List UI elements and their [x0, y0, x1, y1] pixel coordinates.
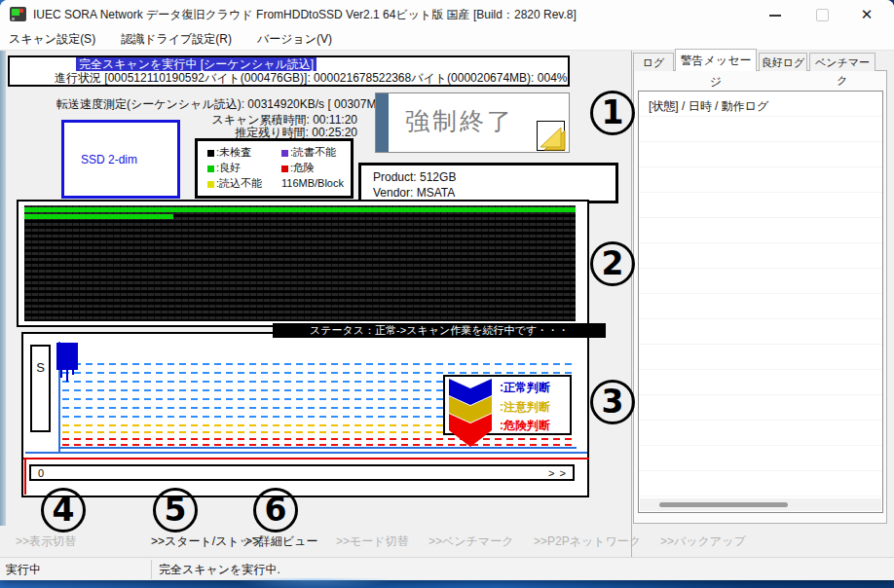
annotation-circle-6: 6 — [253, 488, 298, 533]
device-vendor: Vendor: MSATA — [373, 185, 615, 201]
legend-swatch-danger — [281, 165, 288, 172]
annotation-circle-5: 5 — [153, 488, 198, 533]
log-list[interactable]: [状態] / 日時 / 動作ログ — [638, 91, 883, 513]
speed-data-drip — [60, 370, 62, 378]
maximize-button — [806, 0, 838, 29]
annotation-circle-3: 3 — [590, 380, 635, 424]
app-window: IUEC SORA Network データ復旧クラウド FromHDDtoSSD… — [0, 0, 894, 580]
device-info-box: Product: 512GB Vendor: MSATA — [358, 163, 618, 203]
legend-swatch-rw-fail — [281, 150, 288, 157]
chart-red-divider — [23, 458, 589, 459]
annotation-circle-4: 4 — [41, 488, 86, 533]
status-banner: ステータス：正常->スキャン作業を続行中です・・・ — [273, 323, 606, 338]
speed-data-drip — [72, 370, 74, 375]
scanned-row-partial — [24, 214, 173, 219]
menu-drive-settings[interactable]: 認識ドライブ設定(R) — [121, 31, 232, 48]
scrub-forward-control[interactable]: > > — [548, 467, 567, 479]
toolbar-detail-view[interactable]: >>詳細ビュー — [245, 533, 318, 550]
toolbar-backup: >>バックアップ — [660, 533, 746, 550]
chart-red-divider-left — [24, 458, 26, 495]
device-product: Product: 512GB — [373, 169, 615, 185]
force-quit-button[interactable]: 強制終了 — [375, 92, 570, 153]
legend-label: :読込不能 — [216, 177, 262, 189]
close-button[interactable]: ✕ — [851, 0, 882, 29]
toolbar-mode-toggle: >>モード切替 — [336, 533, 409, 550]
panel-separator — [631, 51, 632, 557]
scanned-row-complete — [24, 207, 576, 212]
legend-swatch-unchecked — [207, 150, 214, 157]
log-list-header: [状態] / 日時 / 動作ログ — [649, 98, 768, 115]
legend-swatch-good — [207, 165, 214, 172]
desktop-background: IUEC SORA Network データ復旧クラウド FromHDDtoSSD… — [0, 0, 894, 588]
toolbar-display-toggle: >>表示切替 — [16, 533, 76, 550]
legend-label: :危険 — [290, 162, 315, 173]
app-icon-pixel — [12, 18, 15, 20]
speed-data-drip — [66, 370, 68, 382]
block-legend: :未検査 :良好 :読込不能 :読書不能 :危険 116MB/Block — [195, 138, 354, 199]
statusbar-state: 実行中 — [6, 562, 41, 578]
legend-label: :読書不能 — [290, 146, 336, 158]
gridline-blue — [62, 372, 577, 374]
scan-progress-box: 完全スキャンを実行中 [シーケンシャル読込] 進行状況 [00051211019… — [8, 55, 570, 87]
title-bar: IUEC SORA Network データ復旧クラウド FromHDDtoSSD… — [0, 0, 894, 29]
annotation-circle-1: 1 — [590, 91, 635, 135]
force-quit-label: 強制終了 — [405, 105, 514, 137]
status-bar: 実行中 完全スキャンを実行中. — [0, 557, 894, 580]
legend-label: :未検査 — [216, 146, 251, 158]
judgement-danger-label: :危険判断 — [500, 418, 550, 434]
menu-version[interactable]: バージョン(V) — [257, 31, 332, 48]
minimize-button[interactable] — [760, 0, 791, 29]
scrollbar-thumb[interactable] — [659, 502, 788, 507]
judgement-chevrons-icon — [449, 379, 500, 453]
judgement-caution-label: :注意判断 — [500, 399, 550, 416]
statusbar-message: 完全スキャンを実行中. — [159, 562, 280, 578]
corner-fold-icon — [537, 121, 565, 151]
annotation-circle-2: 2 — [590, 241, 635, 286]
drive-mode-button[interactable]: SSD 2-dim — [61, 120, 180, 199]
window-title: IUEC SORA Network データ復旧クラウド FromHDDtoSSD… — [33, 0, 577, 29]
transfer-speed-text: 転送速度測定(シーケンシャル読込): 00314920KB/s [ 00307M… — [56, 96, 399, 113]
tab-warnings[interactable]: 警告メッセージ — [675, 49, 757, 71]
judgement-normal-label: :正常判断 — [500, 380, 550, 396]
legend-label: :良好 — [216, 162, 241, 173]
window-left-edge — [0, 51, 6, 557]
horizontal-scrollbar[interactable] — [640, 498, 881, 511]
legend-swatch-unreadable — [207, 181, 214, 188]
scan-headline: 完全スキャンを実行中 [シーケンシャル読込] — [76, 57, 317, 71]
toolbar-benchmark: >>ベンチマーク — [428, 533, 513, 550]
toolbar-p2p-network: >>P2Pネットワーク — [534, 533, 641, 550]
chart-axis-label: S — [30, 345, 51, 432]
tab-log[interactable]: ログ — [633, 53, 674, 71]
force-quit-accent — [376, 93, 389, 152]
scan-block-map — [17, 200, 589, 327]
statusbar-divider — [151, 560, 152, 579]
tab-good-log[interactable]: 良好ログ — [759, 53, 807, 71]
chart-scrub-bar[interactable]: 0 > > — [29, 464, 575, 481]
menu-scan-settings[interactable]: スキャン設定(S) — [9, 31, 95, 48]
speed-data-block — [56, 343, 78, 370]
scrub-position-value: 0 — [38, 467, 44, 479]
tab-benchmark[interactable]: ベンチマーク — [809, 53, 875, 71]
chart-baseline — [25, 452, 587, 454]
scan-block-grid — [24, 205, 576, 321]
app-icon — [10, 7, 26, 21]
judgement-legend: :正常判断 :注意判断 :危険判断 — [443, 375, 572, 435]
app-icon-pixel — [19, 9, 23, 13]
gridline-blue — [62, 363, 577, 365]
menu-bar: スキャン設定(S) 認識ドライブ設定(R) バージョン(V) — [0, 29, 894, 51]
app-icon-pixel — [12, 9, 19, 16]
bottom-toolbar: >>表示切替 >>スタート/ストップ >>詳細ビュー >>モード切替 >>ベンチ… — [0, 526, 894, 557]
speed-chart: S — [21, 332, 589, 497]
scan-progress-line: 進行状況 [000512110190592バイト(000476GB)]: 000… — [55, 71, 568, 85]
block-size-label: 116MB/Block — [281, 177, 344, 189]
